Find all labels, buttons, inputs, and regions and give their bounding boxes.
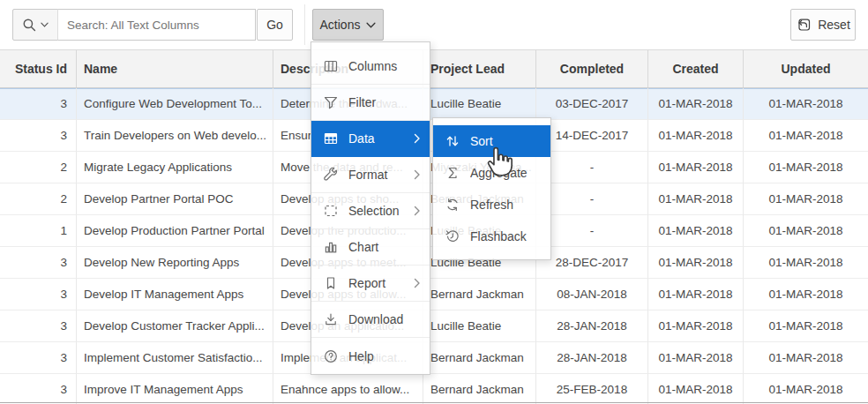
menu-item-filter[interactable]: Filter <box>311 85 430 121</box>
menu-item-format[interactable]: Format <box>311 157 430 193</box>
menu-item-data[interactable]: Data <box>311 121 430 157</box>
column-header-project-lead[interactable]: Project Lead <box>423 50 536 87</box>
submenu-item-flashback[interactable]: Flashback <box>433 221 550 252</box>
chevron-right-icon <box>414 206 421 216</box>
table-cell: 3 <box>0 342 77 374</box>
menu-item-label: Filter <box>348 95 421 109</box>
table-cell: 01-MAR-2018 <box>744 374 868 404</box>
selection-icon <box>323 203 339 219</box>
table-cell: Bernard Jackman <box>423 279 536 310</box>
menu-item-help[interactable]: Help <box>311 338 430 374</box>
table-cell: 01-MAR-2018 <box>744 183 868 215</box>
table-cell: 08-JAN-2018 <box>536 279 648 310</box>
menu-item-report[interactable]: Report <box>311 266 430 302</box>
toolbar-divider <box>304 4 305 45</box>
chevron-right-icon <box>414 133 421 144</box>
submenu-item-refresh[interactable]: Refresh <box>433 189 550 221</box>
table-cell: Develop Production Partner Portal <box>77 215 273 247</box>
table-cell: 01-MAR-2018 <box>744 310 868 342</box>
table-cell: Migrate Legacy Applications <box>77 152 273 183</box>
search-input[interactable] <box>57 9 256 41</box>
chevron-right-icon <box>414 278 421 288</box>
table-cell: Configure Web Development To... <box>77 88 273 120</box>
table-cell: 01-MAR-2018 <box>744 120 868 152</box>
table-cell: 01-MAR-2018 <box>648 310 744 342</box>
menu-item-label: Selection <box>348 204 404 218</box>
table-cell: 01-MAR-2018 <box>648 183 744 215</box>
toolbar: Go Actions Reset <box>0 0 868 49</box>
table-row: 3Configure Web Development To...Determin… <box>0 88 868 120</box>
table-cell: 28-JAN-2018 <box>536 310 648 342</box>
menu-item-columns[interactable]: Columns <box>311 49 430 85</box>
submenu-item-sort[interactable]: Sort <box>433 125 550 157</box>
chevron-right-icon <box>414 169 421 180</box>
table-row: 3Develop Customer Tracker Appli...Develo… <box>0 310 868 342</box>
table-cell: Develop Customer Tracker Appli... <box>77 310 273 342</box>
table-cell: Lucille Beatie <box>423 88 536 120</box>
column-header-name[interactable]: Name <box>77 50 273 87</box>
menu-item-label: Format <box>348 168 404 182</box>
data-submenu: Sort Aggregate Refresh Flashback <box>432 117 551 260</box>
table-cell: 28-DEC-2017 <box>536 247 648 279</box>
table-row: 3Improve IT Management AppsEnahnce apps … <box>0 374 868 404</box>
table-cell: - <box>536 152 648 183</box>
table-cell: 01-MAR-2018 <box>744 152 868 183</box>
menu-item-label: Refresh <box>470 198 542 212</box>
table-cell: 25-FEB-2018 <box>536 374 648 404</box>
menu-item-label: Download <box>348 312 421 326</box>
column-header-status-id[interactable]: Status Id <box>0 50 77 87</box>
filter-icon <box>323 94 339 110</box>
report-header-row: Status Id Name Description Project Lead … <box>0 49 868 88</box>
menu-item-download[interactable]: Download <box>311 302 430 338</box>
table-cell: Develop IT Management Apps <box>77 279 273 310</box>
actions-button-label: Actions <box>320 18 361 32</box>
chevron-down-icon <box>366 22 376 28</box>
search-options-button[interactable] <box>12 9 58 41</box>
table-cell: 01-MAR-2018 <box>744 215 868 247</box>
table-cell: Bernard Jackman <box>423 374 536 404</box>
chart-icon <box>323 239 339 255</box>
table-cell: 3 <box>0 310 77 342</box>
refresh-icon <box>445 197 460 213</box>
table-cell: - <box>536 215 648 247</box>
table-cell: Enahnce apps to allow... <box>273 374 423 404</box>
menu-item-selection[interactable]: Selection <box>311 193 430 229</box>
submenu-item-aggregate[interactable]: Aggregate <box>433 157 550 189</box>
table-cell: 28-JAN-2018 <box>536 342 648 374</box>
menu-item-label: Chart <box>348 240 421 254</box>
table-cell: 3 <box>0 374 77 404</box>
go-button[interactable]: Go <box>257 9 293 41</box>
table-cell: 14-DEC-2017 <box>536 120 648 152</box>
column-header-updated[interactable]: Updated <box>744 50 868 87</box>
reset-button[interactable]: Reset <box>790 9 856 41</box>
table-cell: 01-MAR-2018 <box>648 247 744 279</box>
magnifier-icon <box>22 18 37 33</box>
table-cell: Develop New Reporting Apps <box>77 247 273 279</box>
table-cell: 01-MAR-2018 <box>648 88 744 120</box>
reset-icon <box>796 17 812 33</box>
column-header-created[interactable]: Created <box>648 50 744 87</box>
table-cell: 01-MAR-2018 <box>648 120 744 152</box>
table-cell: Improve IT Management Apps <box>77 374 273 404</box>
table-cell: - <box>536 183 648 215</box>
table-cell: 2 <box>0 152 77 183</box>
column-header-completed[interactable]: Completed <box>536 50 648 87</box>
table-cell: 01-MAR-2018 <box>648 279 744 310</box>
menu-item-label: Help <box>348 349 421 363</box>
menu-item-label: Data <box>348 131 404 146</box>
menu-item-chart[interactable]: Chart <box>311 229 430 266</box>
reset-button-label: Reset <box>818 18 850 32</box>
menu-item-label: Aggregate <box>470 166 542 180</box>
menu-item-label: Report <box>348 276 404 290</box>
table-cell: 3 <box>0 88 77 120</box>
menu-item-label: Flashback <box>470 229 542 243</box>
help-icon <box>323 348 339 364</box>
flashback-icon <box>445 228 460 244</box>
sort-icon <box>445 133 460 149</box>
actions-button[interactable]: Actions <box>312 9 384 41</box>
table-row: 3Develop IT Management AppsDevelop apps … <box>0 279 868 310</box>
table-cell: 3 <box>0 247 77 279</box>
table-cell: 01-MAR-2018 <box>744 247 868 279</box>
table-cell: Develop Partner Portal POC <box>77 183 273 215</box>
table-cell: 01-MAR-2018 <box>648 152 744 183</box>
